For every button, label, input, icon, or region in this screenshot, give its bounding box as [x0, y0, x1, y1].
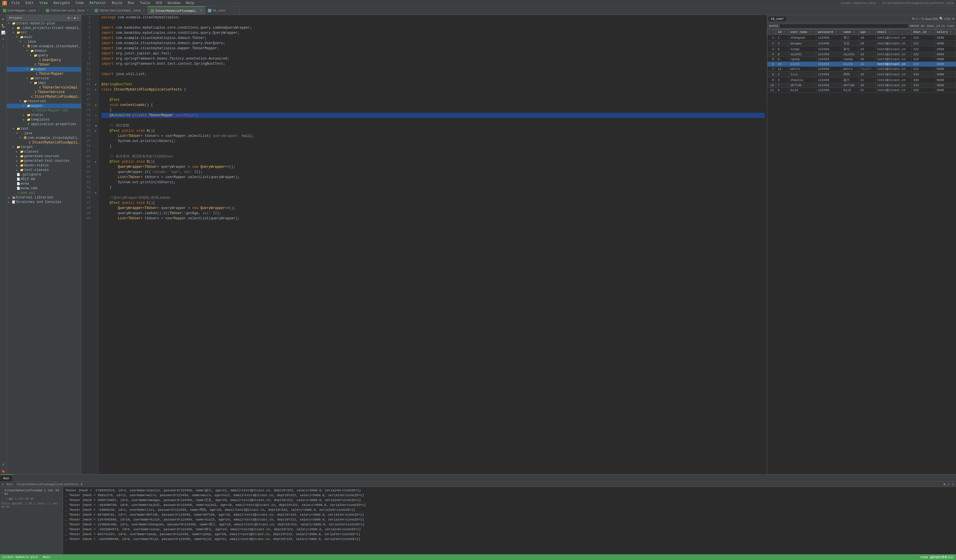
tab-close-icon[interactable]: ×: [38, 9, 40, 12]
table-cell-deptid[interactable]: 222: [911, 46, 934, 52]
table-cell-age[interactable]: 18: [859, 52, 875, 57]
sidebar-item-mvnw[interactable]: 📄 mvnw: [7, 182, 81, 186]
menu-item-tools[interactable]: Tools: [138, 1, 151, 6]
sidebar-item-test[interactable]: ▼ 📁 test: [7, 127, 81, 131]
menu-item-vcs[interactable]: VCS: [155, 1, 163, 6]
tab-tbuserservice[interactable]: TbUserService.java ×: [43, 6, 92, 15]
settings-strip-icon[interactable]: ⚙: [1, 461, 6, 467]
table-cell-email[interactable]: test4@itcast.cn: [875, 77, 911, 83]
run-button-37[interactable]: ▶: [93, 190, 99, 195]
run-output[interactable]: TbUser [Hash = -1789352515, id=4, userNa…: [63, 487, 956, 554]
col-email[interactable]: email ↑: [875, 30, 911, 35]
table-cell-password[interactable]: 123456: [816, 35, 841, 41]
menu-item-build[interactable]: Build: [110, 1, 123, 6]
table-cell-name[interactable]: rpeep: [841, 57, 859, 62]
tab-tbuserserviceimpl[interactable]: TbUserServiceImpl.java ×: [92, 6, 148, 15]
table-cell-password[interactable]: 123456: [816, 88, 841, 93]
table-cell-deptid[interactable]: 222: [911, 52, 934, 57]
sidebar-item-testclass[interactable]: C ItcastMybatisPlusApplicationTests: [7, 140, 81, 145]
table-cell-age[interactable]: 18: [859, 35, 875, 41]
sidebar-item-extlibs[interactable]: ▶ 📚 External Libraries: [7, 195, 81, 200]
table-cell-email[interactable]: test1@itcast.cn: [875, 35, 911, 41]
run-button-14[interactable]: ▶: [93, 82, 99, 87]
table-cell-name[interactable]: ksjd: [841, 88, 859, 93]
menu-item-navigate[interactable]: Navigate: [52, 1, 71, 6]
sidebar-item-scratches[interactable]: ▶ 📝 Scratches and Consoles: [7, 200, 81, 204]
test-detail[interactable]: ✓ NJ 1 sec 94 ms: [1, 496, 61, 502]
menu-item-file[interactable]: File: [10, 1, 21, 6]
where-input[interactable]: [780, 24, 909, 28]
col-username[interactable]: user_name ↑: [788, 30, 816, 35]
todo-strip-icon[interactable]: ✓: [1, 44, 6, 49]
table-cell-password[interactable]: 123456: [816, 52, 841, 57]
sidebar-item-target[interactable]: ▼ 📁 target: [7, 145, 81, 149]
sidebar-item-userquery[interactable]: C UserQuery: [7, 58, 81, 63]
db-data[interactable]: id ↑ user_name ↑ password ↑ name ↑ age ↑…: [767, 29, 956, 474]
table-cell-email[interactable]: test2@itcast.cn: [875, 83, 911, 88]
table-cell-id[interactable]: 5: [776, 46, 788, 52]
table-cell-email[interactable]: test5@itcast.cn: [875, 46, 911, 52]
table-cell-password[interactable]: 123456: [816, 83, 841, 88]
table-cell-deptid[interactable]: 222: [911, 62, 934, 67]
tab-close-icon[interactable]: ×: [143, 9, 145, 12]
db-refresh-btn[interactable]: ↻: [912, 17, 915, 21]
table-cell-age[interactable]: 21: [859, 77, 875, 83]
sidebar-collapse-icon[interactable]: —: [71, 16, 73, 20]
test-entry[interactable]: ✓ ItcastMybatisPlusApp 1 sec 94 ms: [1, 488, 61, 496]
sidebar-settings-icon[interactable]: ⚙: [68, 16, 70, 20]
sidebar-item-query[interactable]: ▼ 📁 query: [7, 53, 81, 58]
db-search-btn[interactable]: 🔍: [939, 17, 944, 21]
table-cell-name[interactable]: 赵六: [841, 77, 859, 83]
table-cell-email[interactable]: test2@itcast.cn: [875, 72, 911, 77]
sidebar-item-src[interactable]: ▼ 📁 src: [7, 30, 81, 35]
menu-item-run[interactable]: Run: [127, 1, 135, 6]
table-cell-email[interactable]: test3@itcast.cn: [875, 41, 911, 46]
sidebar-item-testcom[interactable]: ▼ 📦 com.example.itcastmybatisplus: [7, 136, 81, 140]
table-cell-username[interactable]: kzzlk: [788, 62, 816, 67]
table-cell-id[interactable]: 7: [776, 83, 788, 88]
table-cell-age[interactable]: 28: [859, 41, 875, 46]
sidebar-item-java[interactable]: ▼ ☕ java: [7, 39, 81, 44]
table-cell-salary[interactable]: 2000: [935, 57, 956, 62]
sidebar-item-testjava[interactable]: ▼ ☕ java: [7, 131, 81, 136]
table-cell-name[interactable]: weiro: [841, 67, 859, 72]
menu-item-refactor[interactable]: Refactor: [88, 1, 107, 6]
sidebar-item-main[interactable]: ▼ 📁 main: [7, 35, 81, 39]
sidebar-item-tbusermapper[interactable]: I TbUserMapper: [7, 72, 81, 76]
table-cell-password[interactable]: 123456: [816, 46, 841, 52]
table-cell-password[interactable]: 123456: [816, 67, 841, 72]
table-cell-age[interactable]: 20: [859, 72, 875, 77]
table-cell-deptid[interactable]: 222: [911, 67, 934, 72]
debug-strip-icon[interactable]: 🐛: [1, 23, 6, 29]
table-cell-name[interactable]: 孙七: [841, 46, 859, 52]
sidebar-item-classes[interactable]: ▶ 📁 classes: [7, 149, 81, 154]
table-cell-username[interactable]: ksjd: [788, 88, 816, 93]
sidebar-expand-icon[interactable]: ▲: [74, 16, 76, 20]
table-cell-email[interactable]: test5@itcast.cn: [875, 67, 911, 72]
db-add-btn[interactable]: +: [916, 17, 918, 21]
tab-close-icon[interactable]: ×: [87, 9, 88, 12]
table-cell-email[interactable]: test1@itcast.cn: [875, 52, 911, 57]
table-cell-deptid[interactable]: 333: [911, 88, 934, 93]
sidebar-item-idea[interactable]: ▶ 📁 .idea_projects/itcast-mybatis-plus: [7, 26, 81, 30]
table-cell-salary[interactable]: 4000: [935, 41, 956, 46]
profile-strip-icon[interactable]: 📊: [1, 30, 6, 36]
table-cell-salary[interactable]: 2000: [935, 88, 956, 93]
run-stop-btn[interactable]: ■: [943, 483, 945, 486]
table-cell-password[interactable]: 123456: [816, 41, 841, 46]
table-cell-id[interactable]: 3: [776, 41, 788, 46]
bookmark-strip-icon[interactable]: 🔖: [1, 468, 6, 474]
table-cell-id[interactable]: 6: [776, 57, 788, 62]
sidebar-item-static[interactable]: ▶ 📁 static: [7, 113, 81, 118]
sidebar-item-test-classes[interactable]: ▶ 📁 test-classes: [7, 168, 81, 173]
sidebar-item-gitignore[interactable]: 📄 .gitignore: [7, 173, 81, 177]
sidebar-item-tbuserservice[interactable]: I TbUserService: [7, 90, 81, 94]
sidebar-item-resources[interactable]: ▼ 📁 resources: [7, 99, 81, 104]
table-cell-deptid[interactable]: 222: [911, 35, 934, 41]
col-age[interactable]: age ↑: [859, 30, 875, 35]
sidebar-item-tbusermapper-xml[interactable]: X TbUserMapper.xml: [7, 108, 81, 113]
table-cell-password[interactable]: 123456: [816, 72, 841, 77]
table-cell-email[interactable]: test5@itcast.cn: [875, 62, 911, 67]
sidebar-item-domain[interactable]: ▼ 📁 domain: [7, 49, 81, 53]
table-cell-salary[interactable]: 2000: [935, 35, 956, 41]
